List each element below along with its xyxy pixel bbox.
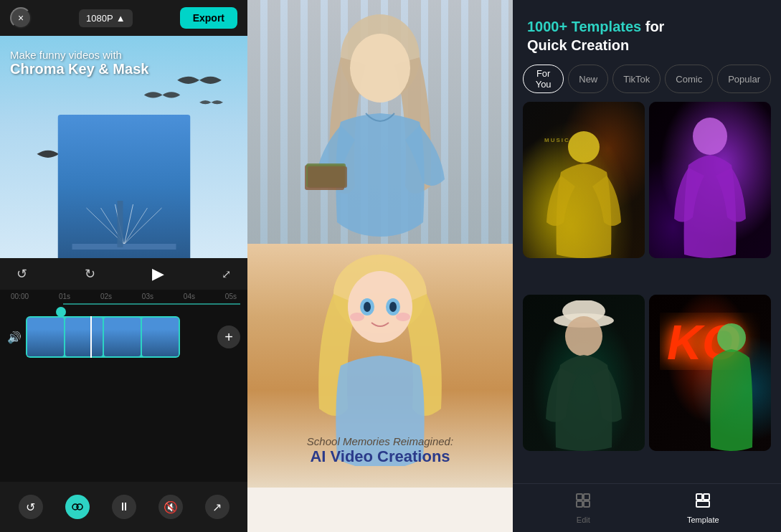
promo-line1: Make funny videos with — [10, 49, 148, 61]
export-button[interactable]: Export — [180, 7, 237, 29]
time-mark-5: 05s — [225, 293, 237, 300]
clip-thumb-2 — [65, 318, 102, 356]
playback-controls: ↺ ↻ ▶ ⤢ — [0, 258, 247, 290]
pause-icon: ⏸ — [112, 495, 136, 519]
title-line2: Quick Creation — [527, 37, 629, 53]
svg-point-21 — [350, 313, 364, 321]
tab-comic[interactable]: Comic — [665, 65, 713, 93]
time-mark-2: 02s — [100, 293, 112, 300]
pause-tool[interactable]: ⏸ — [106, 490, 142, 523]
title-for: for — [645, 19, 665, 34]
template-card-2[interactable] — [649, 102, 771, 258]
nav-edit-label: Edit — [577, 516, 590, 524]
resolution-label: 1080P — [86, 13, 113, 24]
resolution-button[interactable]: 1080P ▲ — [79, 9, 132, 27]
right-bottom-nav: Edit Template — [513, 483, 781, 532]
clip-thumb-3 — [104, 318, 141, 356]
bottom-toolbar: ↺ ⏸ 🔇 ↗ — [0, 482, 247, 532]
add-icon: + — [224, 329, 233, 346]
add-clip-button[interactable]: + — [217, 326, 240, 348]
close-button[interactable]: × — [10, 7, 32, 29]
nav-template-label: Template — [687, 516, 719, 524]
svg-rect-31 — [577, 494, 582, 500]
play-button[interactable]: ▶ — [146, 262, 169, 285]
svg-line-5 — [124, 204, 133, 244]
effects-tool[interactable] — [60, 490, 95, 523]
refresh-icon: ↺ — [19, 495, 43, 519]
tab-tiktok[interactable]: TikTok — [612, 65, 661, 93]
svg-point-25 — [693, 118, 727, 155]
svg-rect-34 — [584, 501, 590, 507]
title-highlight: 1000+ Templates — [527, 19, 645, 34]
middle-panel: School Memories Reimagined: AI Video Cre… — [247, 0, 513, 532]
clip-thumb-1 — [27, 318, 64, 356]
bottom-text-line1: School Memories Reimagined: — [269, 435, 491, 447]
svg-rect-36 — [704, 494, 709, 500]
promo-text-overlay: Make funny videos with Chroma Key & Mask — [10, 49, 148, 77]
inner-preview-box — [57, 115, 190, 258]
promo-line2: Chroma Key & Mask — [10, 61, 148, 77]
card4-person-svg — [699, 322, 764, 451]
bridge-thumbnail — [57, 115, 190, 258]
fullscreen-button[interactable]: ⤢ — [214, 262, 237, 285]
time-mark-4: 04s — [184, 293, 195, 300]
svg-point-16 — [348, 271, 412, 343]
effects-icon — [65, 495, 90, 519]
nav-template[interactable]: Template — [687, 492, 719, 524]
svg-point-22 — [396, 313, 410, 321]
template-grid: MUSIC — [513, 102, 781, 483]
right-title: 1000+ Templates for Quick Creation — [527, 17, 767, 54]
undo-button[interactable]: ↺ — [10, 262, 33, 285]
right-panel: 1000+ Templates for Quick Creation For Y… — [513, 0, 781, 532]
template-tabs: For You New TikTok Comic Popular — [513, 65, 781, 102]
tab-for-you[interactable]: For You — [523, 65, 564, 93]
mute-tool[interactable]: 🔇 — [153, 490, 189, 523]
middle-image-bottom: School Memories Reimagined: AI Video Cre… — [247, 244, 513, 488]
track-clip[interactable] — [26, 316, 180, 358]
svg-point-9 — [77, 504, 82, 510]
card1-glow — [523, 102, 645, 258]
playhead-dot[interactable] — [56, 307, 66, 317]
left-panel: × 1080P ▲ Export Make funny videos with … — [0, 0, 247, 532]
svg-rect-37 — [696, 501, 709, 507]
svg-rect-35 — [696, 494, 702, 500]
right-header: 1000+ Templates for Quick Creation — [513, 0, 781, 65]
mute-icon: 🔇 — [158, 495, 183, 519]
card2-figure-svg — [667, 115, 753, 258]
timeline-area: 00:00 01s 02s 03s 04s 05s 🔊 — [0, 290, 247, 482]
anime-figure-svg — [287, 251, 473, 466]
redo-button[interactable]: ↻ — [78, 262, 101, 285]
bottom-text-overlay: School Memories Reimagined: AI Video Cre… — [269, 435, 491, 473]
tab-new[interactable]: New — [568, 65, 608, 93]
clip-thumb-4 — [142, 318, 179, 356]
template-card-4[interactable]: KO — [649, 295, 771, 451]
template-icon — [694, 492, 711, 513]
nav-edit[interactable]: Edit — [574, 492, 592, 524]
svg-point-19 — [364, 302, 371, 312]
tab-popular[interactable]: Popular — [717, 65, 771, 93]
time-mark-1: 01s — [59, 293, 70, 300]
svg-line-4 — [124, 208, 147, 244]
svg-point-30 — [717, 323, 746, 352]
video-preview: Make funny videos with Chroma Key & Mask — [0, 36, 247, 258]
svg-point-28 — [565, 316, 602, 356]
resize-icon: ↗ — [205, 495, 229, 519]
template-card-1[interactable]: MUSIC — [523, 102, 645, 258]
time-marks-row: 00:00 01s 02s 03s 04s 05s — [7, 293, 240, 300]
svg-rect-7 — [117, 201, 123, 247]
card3-figure-svg — [537, 300, 630, 451]
resize-tool[interactable]: ↗ — [199, 490, 235, 523]
bottom-text-line2: AI Video Creations — [269, 447, 491, 466]
resolution-arrow-icon: ▲ — [116, 13, 126, 24]
time-mark-0: 00:00 — [11, 293, 29, 300]
svg-rect-14 — [308, 166, 347, 188]
template-card-3[interactable] — [523, 295, 645, 451]
time-mark-3: 03s — [142, 293, 153, 300]
svg-point-11 — [350, 34, 410, 103]
refresh-tool[interactable]: ↺ — [13, 490, 49, 523]
svg-rect-6 — [72, 244, 176, 250]
timeline-track: 🔊 + — [0, 312, 247, 362]
top-bar: × 1080P ▲ Export — [0, 0, 247, 36]
svg-line-3 — [124, 208, 161, 244]
time-ruler: 00:00 01s 02s 03s 04s 05s — [0, 290, 247, 303]
